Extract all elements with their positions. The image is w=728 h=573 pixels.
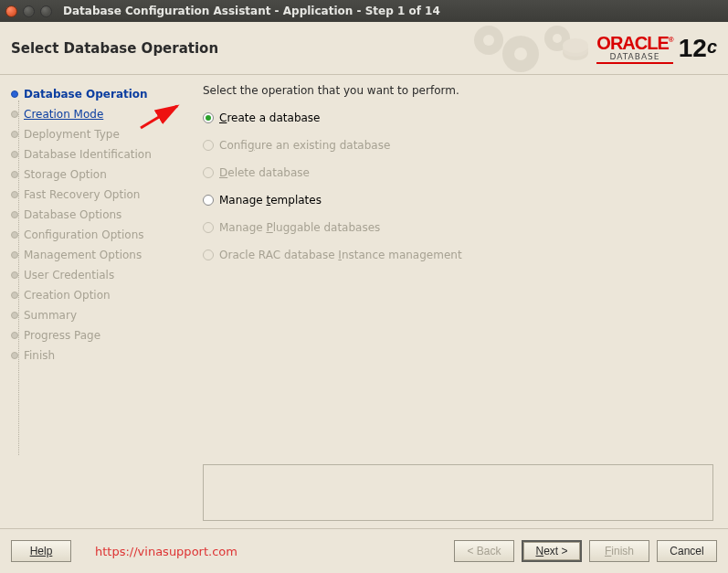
step-label: User Credentials	[24, 269, 114, 281]
step-bullet-icon	[11, 231, 18, 239]
option-label: Configure an existing database	[219, 139, 390, 152]
step-label: Creation Mode	[24, 108, 103, 121]
page-title: Select Database Operation	[11, 40, 218, 57]
sidebar-step-2: Deployment Type	[7, 124, 166, 144]
step-label: Configuration Options	[24, 228, 144, 241]
radio-icon	[203, 167, 214, 178]
step-bullet-icon	[11, 251, 18, 259]
operation-option-2: Delete database	[203, 166, 713, 179]
option-label: Manage Pluggable databases	[219, 221, 380, 234]
finish-button: Finish	[589, 540, 649, 562]
step-bullet-icon	[11, 90, 18, 98]
wizard-sidebar: Database OperationCreation ModeDeploymen…	[0, 75, 166, 528]
step-bullet-icon	[11, 271, 18, 279]
svg-point-8	[563, 38, 588, 53]
window-titlebar: Database Configuration Assistant - Appli…	[0, 0, 728, 22]
next-button[interactable]: Next >	[522, 540, 582, 562]
sidebar-step-4: Storage Option	[7, 164, 166, 185]
svg-point-1	[483, 35, 494, 46]
radio-icon	[203, 140, 214, 151]
step-label: Summary	[24, 309, 77, 322]
step-label: Database Identification	[24, 148, 152, 161]
step-bullet-icon	[11, 111, 18, 118]
sidebar-step-13: Finish	[7, 345, 166, 366]
step-bullet-icon	[11, 191, 18, 198]
option-label: Create a database	[219, 111, 321, 124]
sidebar-step-11: Summary	[7, 305, 166, 325]
window-maximize-button[interactable]	[40, 5, 52, 17]
window-minimize-button[interactable]	[23, 5, 35, 17]
step-bullet-icon	[11, 352, 18, 359]
window-title: Database Configuration Assistant - Appli…	[63, 5, 440, 17]
brand-version: 12c	[679, 34, 717, 63]
step-label: Finish	[24, 349, 55, 362]
step-bullet-icon	[11, 332, 18, 339]
sidebar-step-5: Fast Recovery Option	[7, 185, 166, 205]
step-bullet-icon	[11, 211, 18, 218]
operation-option-0[interactable]: Create a database	[203, 111, 713, 124]
radio-icon	[203, 222, 214, 233]
page-header: Select Database Operation ORACLE® DATABA…	[0, 22, 728, 75]
sidebar-step-3: Database Identification	[7, 144, 166, 164]
oracle-brand-logo: ORACLE® DATABASE 12c	[596, 33, 717, 64]
step-bullet-icon	[11, 131, 18, 138]
radio-icon	[203, 249, 214, 260]
main-area: Database OperationCreation ModeDeploymen…	[0, 75, 728, 528]
step-label: Database Operation	[24, 88, 148, 101]
gears-decoration-icon	[470, 22, 589, 75]
brand-database-text: DATABASE	[596, 52, 672, 61]
step-label: Management Options	[24, 249, 142, 261]
instruction-text: Select the operation that you want to pe…	[203, 84, 713, 97]
watermark-text: https://vinasupport.com	[95, 545, 237, 558]
step-label: Deployment Type	[24, 128, 120, 141]
sidebar-step-0[interactable]: Database Operation	[7, 84, 166, 104]
svg-point-3	[514, 48, 527, 60]
step-bullet-icon	[11, 292, 18, 299]
sidebar-step-10: Creation Option	[7, 285, 166, 305]
operation-option-5: Oracle RAC database Instance management	[203, 249, 713, 261]
step-bullet-icon	[11, 312, 18, 319]
sidebar-step-8: Management Options	[7, 245, 166, 265]
sidebar-step-1[interactable]: Creation Mode	[7, 104, 166, 124]
content-panel: Select the operation that you want to pe…	[166, 75, 728, 528]
step-bullet-icon	[11, 171, 18, 178]
option-label: Delete database	[219, 166, 310, 179]
operation-option-3[interactable]: Manage templates	[203, 194, 713, 207]
window-close-button[interactable]	[5, 5, 17, 17]
back-button: < Back	[454, 540, 514, 562]
brand-oracle-text: ORACLE	[596, 33, 668, 53]
message-area	[203, 464, 713, 521]
sidebar-step-7: Configuration Options	[7, 225, 166, 245]
step-label: Creation Option	[24, 289, 111, 302]
sidebar-step-6: Database Options	[7, 205, 166, 225]
option-label: Oracle RAC database Instance management	[219, 249, 462, 261]
step-label: Database Options	[24, 208, 121, 221]
radio-icon	[203, 195, 214, 206]
step-label: Progress Page	[24, 329, 100, 342]
option-label: Manage templates	[219, 194, 322, 207]
radio-icon	[203, 112, 214, 123]
step-label: Fast Recovery Option	[24, 188, 140, 201]
help-button[interactable]: Help	[11, 540, 71, 562]
step-bullet-icon	[11, 151, 18, 158]
operation-option-1: Configure an existing database	[203, 139, 713, 152]
svg-point-5	[553, 34, 562, 43]
sidebar-step-9: User Credentials	[7, 265, 166, 285]
wizard-footer: Help https://vinasupport.com < Back Next…	[0, 528, 728, 573]
cancel-button[interactable]: Cancel	[657, 540, 717, 562]
step-label: Storage Option	[24, 168, 107, 181]
operation-option-4: Manage Pluggable databases	[203, 221, 713, 234]
sidebar-step-12: Progress Page	[7, 325, 166, 345]
